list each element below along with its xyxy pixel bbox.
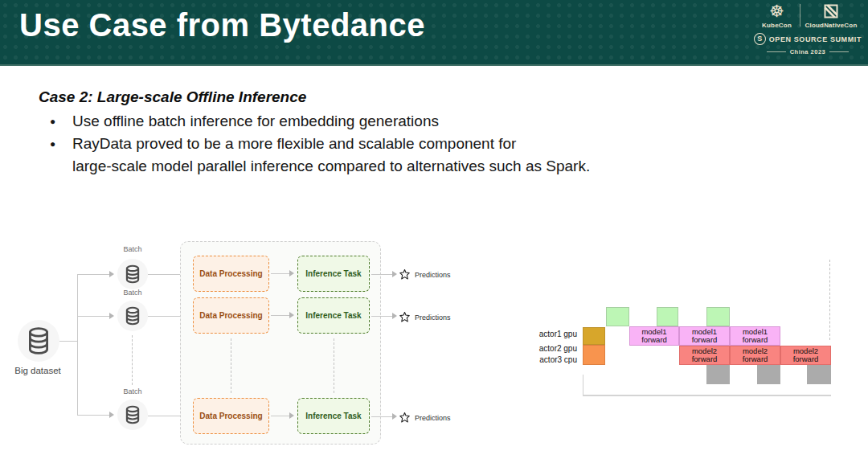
slide: Use Case from Bytedance ☸ KubeCon CloudN… <box>0 0 868 463</box>
gantt-block <box>583 345 605 365</box>
gantt-block: model1 forward <box>629 326 679 346</box>
gantt-block: model1 forward <box>730 326 780 346</box>
gantt-block: model2 forward <box>679 346 730 365</box>
gantt-block <box>583 327 605 345</box>
gantt-block <box>757 365 780 384</box>
gantt-axis-horizontal <box>583 395 831 396</box>
gantt-block: model2 forward <box>780 346 831 365</box>
gantt-boundary-dashed-line <box>829 260 830 340</box>
gantt-block <box>657 307 678 326</box>
gantt-block: model1 forward <box>679 326 730 346</box>
gantt-block <box>706 307 730 326</box>
gantt-blocks: model1 forwardmodel1 forwardmodel1 forwa… <box>0 0 868 463</box>
gantt-block: model2 forward <box>730 346 780 365</box>
gantt-block <box>807 365 831 384</box>
gantt-axis-vertical <box>583 375 583 395</box>
gantt-block <box>706 365 730 384</box>
gantt-block <box>606 307 629 326</box>
